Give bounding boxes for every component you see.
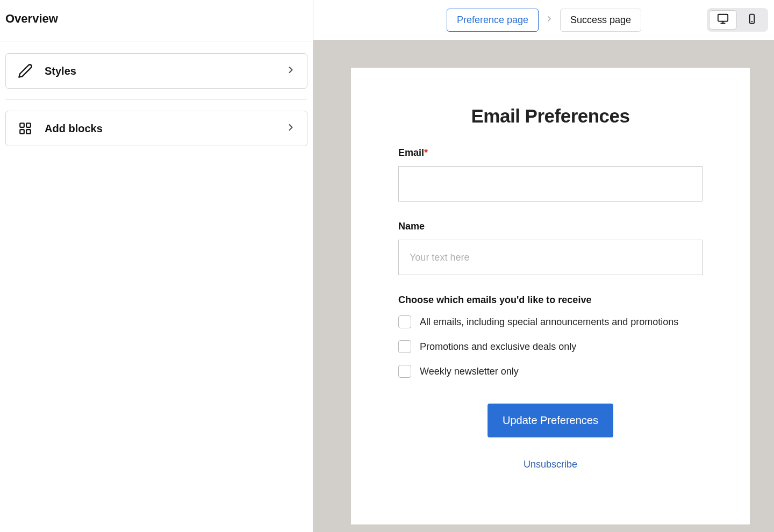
email-label: Email* bbox=[398, 147, 703, 159]
svg-rect-4 bbox=[718, 15, 728, 21]
checkbox-option-0[interactable] bbox=[398, 315, 411, 328]
preview-page: Email Preferences Email* Name Choose whi… bbox=[351, 68, 750, 524]
blocks-icon bbox=[18, 121, 33, 136]
svg-rect-2 bbox=[20, 130, 24, 134]
pencil-icon bbox=[18, 63, 33, 78]
sidebar-item-label: Add blocks bbox=[45, 123, 103, 135]
mobile-view-button[interactable] bbox=[738, 10, 766, 30]
tab-group: Preference page Success page bbox=[447, 9, 641, 32]
checkbox-row: Weekly newsletter only bbox=[398, 365, 703, 378]
checkbox-label: Promotions and exclusive deals only bbox=[420, 341, 576, 353]
page-title: Email Preferences bbox=[398, 105, 703, 127]
email-field[interactable] bbox=[398, 166, 703, 202]
desktop-icon bbox=[717, 13, 729, 27]
preview-canvas: Email Preferences Email* Name Choose whi… bbox=[313, 40, 774, 532]
mobile-icon bbox=[747, 13, 757, 26]
checkbox-row: All emails, including special announceme… bbox=[398, 315, 703, 328]
viewport-toggle bbox=[707, 8, 768, 32]
sidebar-header: Overview bbox=[0, 0, 313, 41]
required-marker: * bbox=[424, 147, 428, 158]
desktop-view-button[interactable] bbox=[709, 10, 737, 30]
svg-rect-3 bbox=[26, 130, 31, 134]
sidebar-item-label: Styles bbox=[45, 65, 76, 77]
main: Preference page Success page bbox=[313, 0, 774, 532]
checkbox-label: All emails, including special announceme… bbox=[420, 317, 678, 328]
unsubscribe-link[interactable]: Unsubscribe bbox=[398, 459, 703, 470]
svg-rect-1 bbox=[26, 123, 31, 127]
name-field[interactable] bbox=[398, 240, 703, 275]
sidebar-item-styles[interactable]: Styles bbox=[5, 53, 307, 89]
chevron-right-icon bbox=[285, 64, 296, 77]
chevron-right-icon bbox=[285, 122, 296, 135]
sidebar-body: Styles Add b bbox=[0, 41, 313, 169]
checkbox-label: Weekly newsletter only bbox=[420, 366, 519, 377]
svg-rect-7 bbox=[750, 15, 754, 24]
topbar: Preference page Success page bbox=[313, 0, 774, 40]
divider bbox=[5, 99, 307, 100]
chevron-right-icon bbox=[545, 15, 554, 25]
name-label: Name bbox=[398, 221, 703, 232]
svg-rect-0 bbox=[20, 123, 24, 127]
checkbox-option-1[interactable] bbox=[398, 340, 411, 353]
sidebar-item-add-blocks[interactable]: Add blocks bbox=[5, 111, 307, 146]
sidebar: Overview Styles bbox=[0, 0, 313, 532]
tab-preference-page[interactable]: Preference page bbox=[447, 9, 539, 32]
tab-success-page[interactable]: Success page bbox=[560, 9, 641, 32]
choose-label: Choose which emails you'd like to receiv… bbox=[398, 294, 703, 306]
update-preferences-button[interactable]: Update Preferences bbox=[488, 404, 613, 437]
checkbox-row: Promotions and exclusive deals only bbox=[398, 340, 703, 353]
sidebar-title: Overview bbox=[5, 12, 306, 26]
checkbox-option-2[interactable] bbox=[398, 365, 411, 378]
